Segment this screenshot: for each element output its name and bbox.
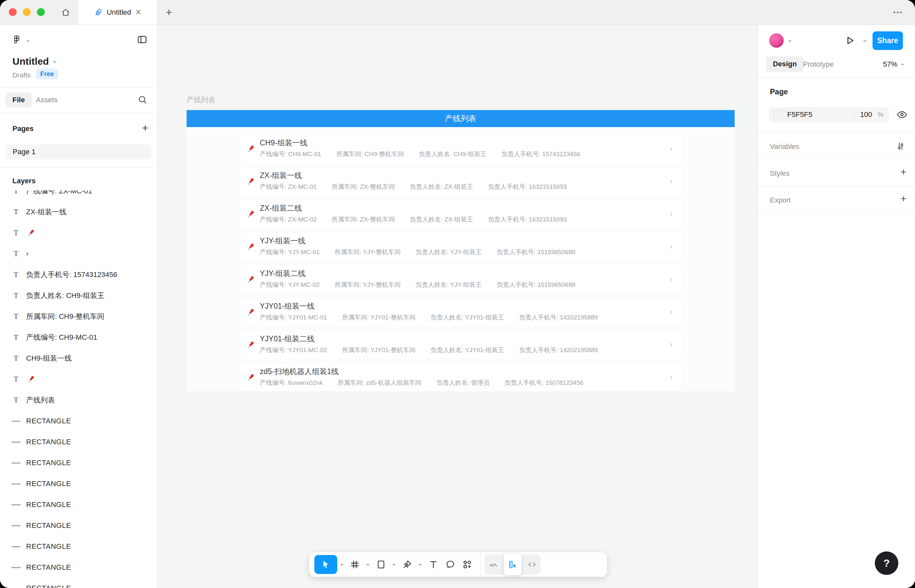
production-line-card[interactable]: YJY01-组装二线 产线编号: YJY01-MC-02 所属车间: YJY01…: [241, 331, 681, 359]
home-button[interactable]: [53, 0, 78, 24]
chevron-down-icon[interactable]: [862, 38, 868, 44]
window-menu-button[interactable]: [886, 0, 909, 24]
add-export-button[interactable]: +: [900, 193, 907, 205]
sliders-icon: [896, 141, 906, 152]
layer-row[interactable]: T RECTANGLE: [0, 578, 157, 588]
layer-row[interactable]: T RECTANGLE: [0, 536, 157, 557]
frame-tool-menu[interactable]: [365, 562, 370, 567]
pin-emoji-icon: [246, 372, 256, 383]
layer-row[interactable]: T 所属车间: CH9-整机车间: [0, 306, 157, 327]
window-tab-bar: Untitled ✕ +: [0, 0, 915, 25]
share-button[interactable]: Share: [873, 31, 903, 50]
layer-row[interactable]: T RECTANGLE: [0, 452, 157, 473]
shape-tool-button[interactable]: [373, 555, 390, 574]
tab-assets[interactable]: Assets: [36, 96, 58, 104]
production-line-card[interactable]: ZX-组装二线 产线编号: ZX-MC-02 所属车间: ZX-整机车间 负责人…: [241, 200, 681, 228]
production-line-card[interactable]: YJY-组装二线 产线编号: YJY-MC-02 所属车间: YJY-整机车间 …: [241, 266, 681, 293]
zoom-menu[interactable]: 57%: [883, 60, 905, 69]
frame-label[interactable]: 产线列表: [187, 95, 215, 105]
traffic-minimize-button[interactable]: [23, 8, 31, 16]
add-style-button[interactable]: +: [900, 166, 907, 178]
layer-row[interactable]: T RECTANGLE: [0, 473, 157, 494]
export-section-header: Export: [770, 196, 791, 205]
help-button[interactable]: ?: [875, 551, 898, 575]
tab-file[interactable]: File: [6, 92, 32, 107]
dev-mode-button[interactable]: [524, 555, 540, 574]
page-color-field[interactable]: F5F5F5 100 %: [769, 107, 889, 122]
visibility-toggle[interactable]: [896, 109, 908, 121]
chevron-right-icon: ›: [669, 339, 673, 349]
tab-design[interactable]: Design: [766, 56, 803, 72]
comment-icon: [445, 559, 456, 570]
text-tool-button[interactable]: [425, 555, 442, 574]
chevron-down-icon[interactable]: [52, 59, 58, 65]
layer-row[interactable]: T ZX-组装一线: [0, 202, 157, 223]
layer-row[interactable]: T RECTANGLE: [0, 494, 157, 515]
pen-tool-menu[interactable]: [418, 562, 423, 567]
line-code: 产线编号: CH9-MC-01: [260, 150, 321, 158]
color-hex-value[interactable]: F5F5F5: [787, 110, 854, 119]
production-line-card[interactable]: ZX-组装一线 产线编号: ZX-MC-01 所属车间: ZX-整机车间 负责人…: [241, 168, 681, 195]
opacity-value[interactable]: 100: [855, 110, 878, 119]
pin-emoji-icon: [246, 340, 256, 350]
traffic-close-button[interactable]: [9, 8, 17, 16]
pin-emoji-icon: [246, 144, 256, 154]
actions-button[interactable]: [459, 555, 476, 574]
avatar[interactable]: [769, 33, 784, 48]
text-layer-icon: T: [9, 312, 23, 321]
chevron-down-icon[interactable]: [25, 38, 31, 44]
layer-row[interactable]: T: [0, 223, 157, 243]
present-button[interactable]: [844, 35, 855, 46]
canvas[interactable]: 产线列表 产线列表: [157, 25, 758, 588]
tab-untitled[interactable]: Untitled ✕: [78, 0, 157, 24]
line-phone: 负责人手机号: 16321515093: [488, 215, 567, 224]
draw-mode-button[interactable]: [486, 555, 501, 574]
bottom-toolbar: [309, 552, 607, 577]
layer-row[interactable]: T RECTANGLE: [0, 410, 157, 431]
new-tab-button[interactable]: +: [162, 0, 176, 24]
production-line-card[interactable]: CH9-组装一线 产线编号: CH9-MC-01 所属车间: CH9-整机车间 …: [241, 135, 681, 163]
layers-list: T 产线编号: ZX-MC-01: [0, 191, 157, 588]
figma-menu-button[interactable]: [12, 35, 21, 44]
tab-prototype[interactable]: Prototype: [803, 60, 834, 69]
layer-row[interactable]: T RECTANGLE: [0, 431, 157, 452]
layer-row[interactable]: T RECTANGLE: [0, 515, 157, 536]
open-variables-button[interactable]: [896, 141, 906, 152]
frame-产线列表[interactable]: 产线列表: [187, 110, 735, 391]
layer-row[interactable]: T RECTANGLE: [0, 557, 157, 578]
production-line-card[interactable]: zd5-扫地机器人组装1线 产线编号: 6uvwnx02nk 所属车间: zd5…: [241, 363, 681, 391]
move-tool-menu[interactable]: [339, 562, 344, 567]
search-button[interactable]: [137, 94, 148, 105]
chevron-down-icon[interactable]: [787, 38, 793, 44]
close-icon[interactable]: ✕: [135, 8, 142, 16]
layer-row[interactable]: T ›: [0, 243, 157, 264]
traffic-zoom-button[interactable]: [37, 8, 45, 16]
breadcrumb[interactable]: Drafts: [13, 71, 31, 79]
color-swatch[interactable]: [773, 110, 782, 119]
layer-row[interactable]: T: [0, 369, 157, 390]
pen-tool-button[interactable]: [399, 555, 415, 574]
sidebar-item-page-1[interactable]: Page 1: [6, 144, 151, 160]
comment-tool-button[interactable]: [442, 555, 459, 574]
annotate-mode-button[interactable]: [504, 554, 522, 575]
layer-row[interactable]: T CH9-组装一线: [0, 348, 157, 369]
add-page-button[interactable]: +: [142, 121, 148, 134]
production-line-card[interactable]: YJY01-组装一线 产线编号: YJY01-MC-01 所属车间: YJY01…: [241, 298, 681, 326]
layer-row[interactable]: T 负责人手机号: 15743123456: [0, 264, 157, 285]
toggle-sidebar-button[interactable]: [137, 34, 148, 45]
layer-row[interactable]: T 产线编号: ZX-MC-01: [0, 191, 157, 202]
layer-row[interactable]: T 产线编号: CH9-MC-01: [0, 327, 157, 348]
layer-row[interactable]: T 产线列表: [0, 390, 157, 410]
line-code: 产线编号: YJY-MC-02: [260, 281, 320, 289]
chevron-down-icon: [418, 562, 423, 567]
pin-emoji-icon: [26, 228, 36, 238]
pin-emoji-icon: [246, 275, 256, 285]
move-tool-button[interactable]: [314, 555, 337, 574]
file-title[interactable]: Untitled: [13, 56, 49, 67]
line-workshop: 所属车间: ZX-整机车间: [332, 215, 395, 224]
plan-badge[interactable]: Free: [36, 69, 58, 79]
shape-tool-menu[interactable]: [391, 562, 397, 567]
frame-tool-button[interactable]: [346, 555, 364, 574]
layer-row[interactable]: T 负责人姓名: CH9-组装王: [0, 285, 157, 306]
production-line-card[interactable]: YJY-组装一线 产线编号: YJY-MC-01 所属车间: YJY-整机车间 …: [241, 233, 681, 261]
